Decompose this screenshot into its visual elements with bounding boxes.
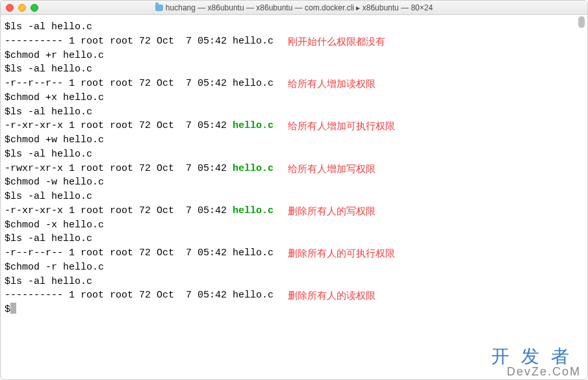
watermark-cn: 开发者 xyxy=(491,347,581,366)
filename: hello.c xyxy=(233,246,274,260)
terminal-line: ---------- 1 root root 72 Oct 7 05:42 he… xyxy=(5,34,583,49)
terminal-line: -r--r--r-- 1 root root 72 Oct 7 05:42 he… xyxy=(5,77,583,91)
annotation: 删除所有人的可执行权限 xyxy=(288,246,395,260)
filename: hello.c xyxy=(233,119,274,133)
terminal-line: -rwxr-xr-x 1 root root 72 Oct 7 05:42 he… xyxy=(5,162,583,176)
scrollbar-track xyxy=(577,16,586,378)
terminal-line: $chmod -r hello.c xyxy=(5,260,583,275)
terminal-line: -r-xr-xr-x 1 root root 72 Oct 7 05:42 he… xyxy=(5,204,583,218)
watermark-en: DevZe.CoM xyxy=(491,366,581,378)
filename: hello.c xyxy=(233,34,274,49)
scrollbar[interactable] xyxy=(577,16,586,378)
terminal-line: $ls -al hello.c xyxy=(5,147,583,162)
filename: hello.c xyxy=(233,162,274,176)
terminal-line: $ xyxy=(5,303,583,317)
terminal-line: -r-xr-xr-x 1 root root 72 Oct 7 05:42 he… xyxy=(5,119,583,133)
annotation: 刚开始什么权限都没有 xyxy=(288,34,385,49)
line-text: $chmod -r hello.c xyxy=(5,260,104,275)
terminal-line: $chmod +r hello.c xyxy=(5,49,583,63)
line-text: $chmod +x hello.c xyxy=(5,91,104,105)
line-text: $chmod -w hello.c xyxy=(5,175,104,190)
line-text: $chmod +r hello.c xyxy=(5,49,104,63)
line-text: $ls -al hello.c xyxy=(5,190,92,204)
traffic-lights xyxy=(6,4,38,12)
maximize-icon[interactable] xyxy=(31,4,38,12)
terminal-line: $ls -al hello.c xyxy=(5,62,583,77)
terminal-body[interactable]: $ls -al hello.c---------- 1 root root 72… xyxy=(1,15,587,379)
line-text: $ls -al hello.c xyxy=(5,20,92,34)
ls-output: -r--r--r-- 1 root root 72 Oct 7 05:42 xyxy=(5,246,233,260)
line-text: $ xyxy=(5,303,10,317)
terminal-line: $ls -al hello.c xyxy=(5,190,583,204)
terminal-line: $ls -al hello.c xyxy=(5,105,583,120)
ls-output: -r-xr-xr-x 1 root root 72 Oct 7 05:42 xyxy=(5,119,233,133)
terminal-line: $ls -al hello.c xyxy=(5,232,583,246)
close-icon[interactable] xyxy=(6,4,14,12)
titlebar[interactable]: huchang — x86ubuntu — x86ubuntu — com.do… xyxy=(1,1,587,15)
annotation: 给所有人增加读权限 xyxy=(288,77,376,91)
terminal-line: $chmod -x hello.c xyxy=(5,218,583,233)
watermark: 开发者 DevZe.CoM xyxy=(491,347,581,378)
annotation: 给所有人增加写权限 xyxy=(288,162,376,176)
line-text: $chmod +w hello.c xyxy=(5,133,104,147)
terminal-line: $ls -al hello.c xyxy=(5,275,583,289)
line-text: $ls -al hello.c xyxy=(5,232,92,246)
title-text: huchang — x86ubuntu — x86ubuntu — com.do… xyxy=(166,3,433,12)
window-title: huchang — x86ubuntu — x86ubuntu — com.do… xyxy=(1,3,587,12)
minimize-icon[interactable] xyxy=(18,4,26,12)
ls-output: ---------- 1 root root 72 Oct 7 05:42 xyxy=(5,34,233,49)
ls-output: -rwxr-xr-x 1 root root 72 Oct 7 05:42 xyxy=(5,162,233,176)
line-text: $ls -al hello.c xyxy=(5,105,92,120)
annotation: 删除所有人的写权限 xyxy=(288,204,376,218)
terminal-line: $ls -al hello.c xyxy=(5,20,583,34)
folder-icon xyxy=(155,5,163,11)
annotation: 删除所有人的读权限 xyxy=(288,288,376,303)
scrollbar-thumb[interactable] xyxy=(578,16,585,28)
annotation: 给所有人增加可执行权限 xyxy=(288,119,395,133)
ls-output: -r--r--r-- 1 root root 72 Oct 7 05:42 xyxy=(5,77,233,91)
line-text: $chmod -x hello.c xyxy=(5,218,104,233)
line-text: $ls -al hello.c xyxy=(5,275,92,289)
terminal-window: huchang — x86ubuntu — x86ubuntu — com.do… xyxy=(0,0,588,380)
terminal-line: -r--r--r-- 1 root root 72 Oct 7 05:42 he… xyxy=(5,246,583,260)
cursor-icon xyxy=(10,303,16,314)
line-text: $ls -al hello.c xyxy=(5,62,92,77)
terminal-line: $chmod -w hello.c xyxy=(5,175,583,190)
filename: hello.c xyxy=(233,288,274,303)
filename: hello.c xyxy=(233,77,274,91)
filename: hello.c xyxy=(233,204,274,218)
terminal-line: $chmod +w hello.c xyxy=(5,133,583,147)
ls-output: ---------- 1 root root 72 Oct 7 05:42 xyxy=(5,288,233,303)
ls-output: -r-xr-xr-x 1 root root 72 Oct 7 05:42 xyxy=(5,204,233,218)
terminal-line: ---------- 1 root root 72 Oct 7 05:42 he… xyxy=(5,288,583,303)
line-text: $ls -al hello.c xyxy=(5,147,92,162)
terminal-line: $chmod +x hello.c xyxy=(5,91,583,105)
